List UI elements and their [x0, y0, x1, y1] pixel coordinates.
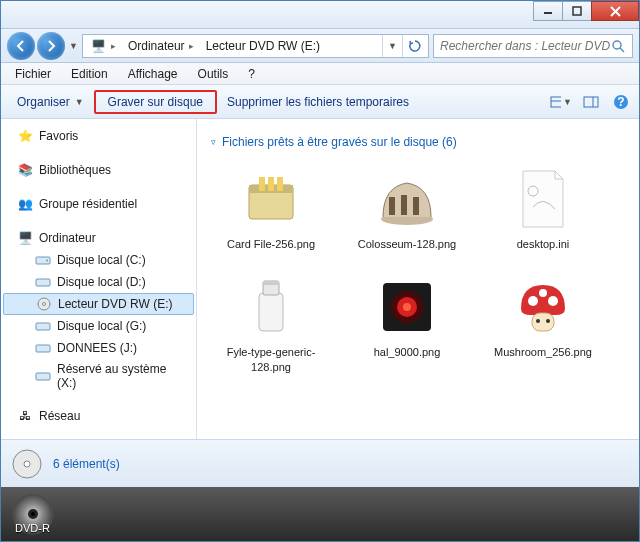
nav-drive-selected[interactable]: Lecteur DVD RW (E:)	[3, 293, 194, 315]
nav-drive[interactable]: Réservé au système (X:)	[3, 359, 194, 393]
file-thumbnail	[367, 271, 447, 343]
breadcrumb-computer-icon[interactable]: 🖥️▸	[85, 36, 122, 56]
group-header[interactable]: ▿Fichiers prêts à être gravés sur le dis…	[211, 129, 625, 159]
computer-icon: 🖥️	[91, 38, 107, 54]
svg-rect-24	[277, 177, 283, 191]
network-icon: 🖧	[17, 408, 33, 424]
svg-point-38	[548, 296, 558, 306]
file-name: Card File-256.png	[227, 237, 315, 251]
titlebar	[1, 1, 639, 29]
svg-rect-23	[268, 177, 274, 191]
svg-rect-32	[263, 281, 279, 285]
file-item[interactable]: hal_9000.png	[347, 267, 467, 378]
svg-rect-26	[389, 197, 395, 215]
file-item[interactable]: desktop.ini	[483, 159, 603, 255]
nav-favorites[interactable]: ⭐Favoris	[3, 125, 194, 147]
delete-temp-button[interactable]: Supprimer les fichiers temporaires	[217, 91, 419, 113]
file-name: desktop.ini	[517, 237, 570, 251]
file-name: Colosseum-128.png	[358, 237, 456, 251]
back-button[interactable]	[7, 32, 35, 60]
drive-icon	[35, 340, 51, 356]
explorer-window: ▼ 🖥️▸ Ordinateur ▸ Lecteur DVD RW (E:) ▼…	[0, 0, 640, 542]
dvd-drive-icon	[36, 296, 52, 312]
menu-edit[interactable]: Edition	[61, 65, 118, 83]
svg-rect-17	[36, 323, 50, 330]
preview-pane-button[interactable]	[579, 91, 603, 113]
svg-point-39	[539, 289, 547, 297]
file-thumbnail	[503, 271, 583, 343]
svg-point-36	[403, 303, 411, 311]
svg-rect-40	[532, 313, 554, 331]
file-name: Fyle-type-generic-128.png	[216, 345, 326, 374]
homegroup-icon: 👥	[17, 196, 33, 212]
disc-label: DVD-R	[15, 522, 50, 534]
svg-point-41	[536, 319, 540, 323]
nav-drive[interactable]: DONNEES (J:)	[3, 337, 194, 359]
drive-icon	[35, 252, 51, 268]
nav-drive[interactable]: Disque local (G:)	[3, 315, 194, 337]
forward-button[interactable]	[37, 32, 65, 60]
file-item[interactable]: Card File-256.png	[211, 159, 331, 255]
svg-rect-18	[36, 345, 50, 352]
breadcrumb[interactable]: 🖥️▸ Ordinateur ▸ Lecteur DVD RW (E:) ▼	[82, 34, 429, 58]
search-box[interactable]	[433, 34, 633, 58]
search-input[interactable]	[440, 39, 610, 53]
file-item[interactable]: Fyle-type-generic-128.png	[211, 267, 331, 378]
content-body: ⭐Favoris 📚Bibliothèques 👥Groupe résident…	[1, 119, 639, 439]
file-item[interactable]: Mushroom_256.png	[483, 267, 603, 378]
svg-point-48	[31, 512, 35, 516]
star-icon: ⭐	[17, 128, 33, 144]
nav-history-dropdown[interactable]: ▼	[69, 41, 78, 51]
file-thumbnail	[503, 163, 583, 235]
organize-button[interactable]: Organiser▼	[7, 91, 94, 113]
burn-button[interactable]: Graver sur disque	[94, 90, 217, 114]
menu-file[interactable]: Fichier	[5, 65, 61, 83]
maximize-button[interactable]	[562, 1, 592, 21]
refresh-button[interactable]	[402, 35, 426, 57]
library-icon: 📚	[17, 162, 33, 178]
address-bar: ▼ 🖥️▸ Ordinateur ▸ Lecteur DVD RW (E:) ▼	[1, 29, 639, 63]
navigation-pane: ⭐Favoris 📚Bibliothèques 👥Groupe résident…	[1, 119, 197, 439]
svg-point-37	[528, 296, 538, 306]
breadcrumb-dropdown[interactable]: ▼	[382, 35, 402, 57]
file-thumbnail	[231, 163, 311, 235]
svg-line-5	[620, 48, 624, 52]
view-mode-button[interactable]: ▼	[549, 91, 573, 113]
breadcrumb-item[interactable]: Ordinateur ▸	[122, 37, 200, 55]
status-bar: 6 élément(s)	[1, 439, 639, 487]
svg-point-16	[43, 303, 46, 306]
menu-bar: Fichier Edition Affichage Outils ?	[1, 63, 639, 85]
nav-drive[interactable]: Disque local (D:)	[3, 271, 194, 293]
breadcrumb-item[interactable]: Lecteur DVD RW (E:)	[200, 37, 326, 55]
svg-rect-8	[584, 97, 598, 107]
disc-icon	[11, 448, 43, 480]
nav-buttons: ▼	[7, 32, 78, 60]
file-item[interactable]: Colosseum-128.png	[347, 159, 467, 255]
nav-homegroup[interactable]: 👥Groupe résidentiel	[3, 193, 194, 215]
svg-rect-27	[401, 195, 407, 215]
menu-help[interactable]: ?	[238, 65, 265, 83]
nav-drive[interactable]: Disque local (C:)	[3, 249, 194, 271]
toolbar-right: ▼ ?	[549, 91, 633, 113]
svg-rect-30	[259, 293, 283, 331]
drive-icon	[35, 368, 51, 384]
help-button[interactable]: ?	[609, 91, 633, 113]
menu-tools[interactable]: Outils	[188, 65, 239, 83]
svg-rect-28	[413, 197, 419, 215]
nav-network[interactable]: 🖧Réseau	[3, 405, 194, 427]
menu-view[interactable]: Affichage	[118, 65, 188, 83]
drive-icon	[35, 274, 51, 290]
close-button[interactable]	[591, 1, 639, 21]
status-count: 6 élément(s)	[53, 457, 120, 471]
svg-rect-22	[259, 177, 265, 191]
svg-point-4	[613, 41, 621, 49]
svg-rect-1	[573, 7, 581, 15]
file-name: hal_9000.png	[374, 345, 441, 359]
file-thumbnail	[367, 163, 447, 235]
svg-rect-14	[36, 279, 50, 286]
minimize-button[interactable]	[533, 1, 563, 21]
nav-computer[interactable]: 🖥️Ordinateur	[3, 227, 194, 249]
nav-libraries[interactable]: 📚Bibliothèques	[3, 159, 194, 181]
svg-rect-6	[551, 97, 561, 107]
computer-icon: 🖥️	[17, 230, 33, 246]
